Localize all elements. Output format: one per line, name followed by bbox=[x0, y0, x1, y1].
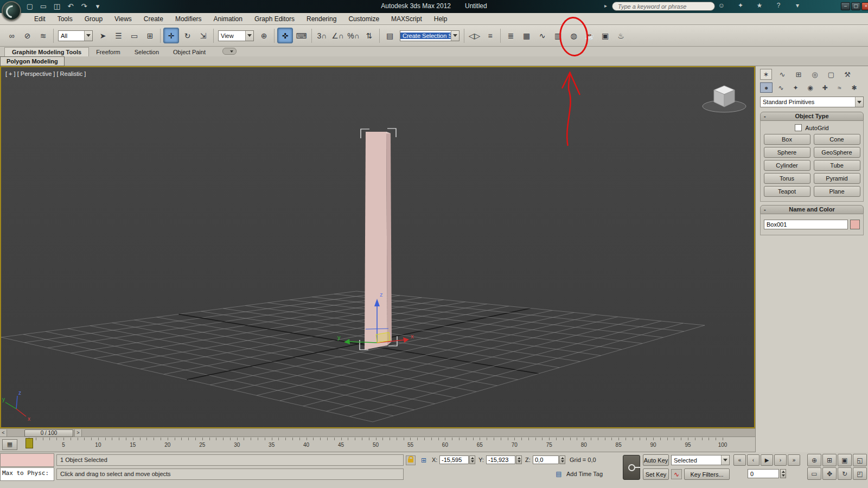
select-and-scale-icon[interactable]: ⇲ bbox=[196, 28, 210, 43]
minimize-button[interactable]: – bbox=[841, 2, 850, 10]
app-logo[interactable] bbox=[2, 1, 21, 21]
primitive-button-tube[interactable]: Tube bbox=[814, 160, 860, 171]
menu-item-views[interactable]: Views bbox=[108, 13, 138, 25]
viewcube[interactable] bbox=[703, 86, 746, 112]
set-keys-button[interactable] bbox=[623, 455, 640, 480]
systems-category[interactable]: ✱ bbox=[848, 82, 860, 93]
subscription-center-icon[interactable]: ✦ bbox=[736, 2, 745, 9]
key-filters-curve-icon[interactable]: ∿ bbox=[671, 469, 682, 479]
favorites-icon[interactable]: ★ bbox=[755, 2, 764, 9]
object-type-rollout-header[interactable]: - Object Type bbox=[760, 112, 864, 121]
gizmo-plane-handle[interactable] bbox=[376, 332, 390, 343]
mirror-icon[interactable]: ◁▷ bbox=[467, 28, 482, 43]
space-warps-category[interactable]: ≈ bbox=[833, 82, 846, 93]
z-coordinate-field[interactable] bbox=[533, 455, 559, 464]
menu-item-help[interactable]: Help bbox=[428, 13, 454, 25]
dropdown-arrow-icon[interactable] bbox=[245, 31, 253, 41]
collapse-icon[interactable]: - bbox=[764, 112, 766, 120]
set-key-button[interactable]: Set Key bbox=[643, 468, 669, 480]
selection-set-combo[interactable]: Create Selection Se bbox=[400, 30, 459, 41]
autogrid-checkbox[interactable] bbox=[795, 124, 802, 131]
primitive-button-sphere[interactable]: Sphere bbox=[764, 147, 810, 158]
select-and-move-icon[interactable]: ✛ bbox=[163, 28, 179, 43]
keyboard-override-icon[interactable]: ⌨ bbox=[294, 28, 309, 43]
object-name-input[interactable] bbox=[764, 220, 848, 229]
menu-item-maxscript[interactable]: MAXScript bbox=[385, 13, 428, 25]
select-and-manipulate-icon[interactable]: ✜ bbox=[277, 28, 293, 43]
select-and-rotate-icon[interactable]: ↻ bbox=[180, 28, 195, 43]
next-frame-nudge[interactable]: > bbox=[74, 429, 82, 436]
x-coordinate-field[interactable] bbox=[439, 455, 469, 464]
z-spinner[interactable] bbox=[559, 455, 565, 464]
dropdown-arrow-icon[interactable] bbox=[84, 31, 92, 41]
zoom-region-icon[interactable]: ▭ bbox=[807, 467, 821, 480]
play-button[interactable]: ▶ bbox=[761, 454, 773, 466]
next-frame-button[interactable]: › bbox=[774, 454, 787, 466]
time-slider-handle[interactable]: 0 / 100 bbox=[24, 429, 73, 437]
zoom-extents-all-icon[interactable]: ◱ bbox=[853, 454, 867, 466]
display-tab[interactable]: ▢ bbox=[825, 69, 837, 80]
dope-sheet-icon[interactable]: ▥ bbox=[551, 28, 565, 43]
ribbon-toggle-icon[interactable]: ▦ bbox=[519, 28, 534, 43]
align-icon[interactable]: ≡ bbox=[483, 28, 497, 43]
maximize-button[interactable]: ▢ bbox=[851, 2, 860, 10]
primitive-button-pyramid[interactable]: Pyramid bbox=[814, 173, 860, 184]
perspective-viewport[interactable]: [ + ] [ Perspective ] [ Realistic ] bbox=[0, 66, 755, 428]
primitive-button-plane[interactable]: Plane bbox=[814, 186, 860, 197]
render-setup-icon[interactable]: ☕ bbox=[582, 28, 597, 43]
dropdown-arrow-icon[interactable] bbox=[855, 97, 863, 107]
mini-curve-editor-icon[interactable]: ▦ bbox=[2, 439, 17, 450]
current-frame-field[interactable] bbox=[748, 469, 779, 478]
absolute-mode-icon[interactable]: ⊞ bbox=[419, 455, 429, 465]
time-tag-icon[interactable]: ▤ bbox=[554, 470, 563, 478]
current-frame-marker[interactable] bbox=[25, 438, 33, 448]
box-object[interactable] bbox=[365, 132, 392, 350]
helpers-category[interactable]: ✚ bbox=[819, 82, 831, 93]
orbit-icon[interactable]: ↻ bbox=[838, 467, 852, 480]
use-pivot-center-icon[interactable]: ⊕ bbox=[257, 28, 271, 43]
select-object-icon[interactable]: ➤ bbox=[95, 28, 110, 43]
previous-frame-nudge[interactable]: < bbox=[0, 429, 7, 436]
help-icon[interactable]: ? bbox=[774, 2, 783, 9]
maxscript-listener-pane[interactable]: Max to Physc: bbox=[0, 467, 54, 481]
menu-item-edit[interactable]: Edit bbox=[28, 13, 52, 25]
ribbon-tab-object-paint[interactable]: Object Paint bbox=[166, 48, 213, 56]
maximize-viewport-icon[interactable]: ◰ bbox=[853, 467, 867, 480]
utilities-tab[interactable]: ⚒ bbox=[841, 69, 853, 80]
time-slider-track[interactable]: < 0 / 100 > bbox=[0, 428, 755, 437]
snaps-toggle-icon[interactable]: 3∩ bbox=[315, 28, 329, 43]
cameras-category[interactable]: ◉ bbox=[804, 82, 816, 93]
named-selection-sets-icon[interactable]: ▤ bbox=[382, 28, 397, 43]
zoom-extents-icon[interactable]: ▣ bbox=[838, 454, 852, 466]
percent-snap-icon[interactable]: %∩ bbox=[346, 28, 361, 43]
menu-item-group[interactable]: Group bbox=[79, 13, 108, 25]
primitive-button-teapot[interactable]: Teapot bbox=[764, 186, 810, 197]
modify-tab[interactable]: ∿ bbox=[776, 69, 788, 80]
help-menu-arrow-icon[interactable]: ▾ bbox=[793, 2, 802, 9]
selection-set-filter-dropdown[interactable]: Selected bbox=[671, 455, 730, 465]
primitive-button-torus[interactable]: Torus bbox=[764, 173, 810, 184]
viewport-canvas[interactable]: z x y z y x bbox=[1, 67, 754, 427]
search-input[interactable] bbox=[612, 2, 715, 11]
unlink-selection-icon[interactable]: ⊘ bbox=[20, 28, 35, 43]
collapse-icon[interactable]: - bbox=[764, 206, 766, 214]
ribbon-tab-selection[interactable]: Selection bbox=[127, 48, 166, 56]
bind-to-space-warp-icon[interactable]: ≋ bbox=[36, 28, 50, 43]
angle-snap-icon[interactable]: ∠∩ bbox=[330, 28, 345, 43]
primitives-dropdown[interactable]: Standard Primitives bbox=[760, 97, 864, 107]
selection-filter-dropdown[interactable]: All bbox=[58, 30, 93, 41]
hierarchy-tab[interactable]: ⊞ bbox=[793, 69, 805, 80]
go-to-start-button[interactable]: « bbox=[733, 454, 746, 466]
ribbon-minimize-dropdown[interactable] bbox=[222, 48, 237, 55]
layer-manager-icon[interactable]: ≣ bbox=[503, 28, 518, 43]
zoom-icon[interactable]: ⊕ bbox=[807, 454, 821, 466]
create-tab[interactable]: ✶ bbox=[760, 69, 772, 80]
pan-icon[interactable]: ✥ bbox=[822, 467, 837, 480]
lights-category[interactable]: ✦ bbox=[789, 82, 802, 93]
select-by-name-icon[interactable]: ☰ bbox=[111, 28, 126, 43]
zoom-all-icon[interactable]: ⊞ bbox=[822, 454, 837, 466]
reference-coordinate-dropdown[interactable]: View bbox=[218, 30, 254, 41]
curve-editor-icon[interactable]: ∿ bbox=[535, 28, 550, 43]
ribbon-tab-freeform[interactable]: Freeform bbox=[89, 48, 127, 56]
menu-item-animation[interactable]: Animation bbox=[208, 13, 248, 25]
